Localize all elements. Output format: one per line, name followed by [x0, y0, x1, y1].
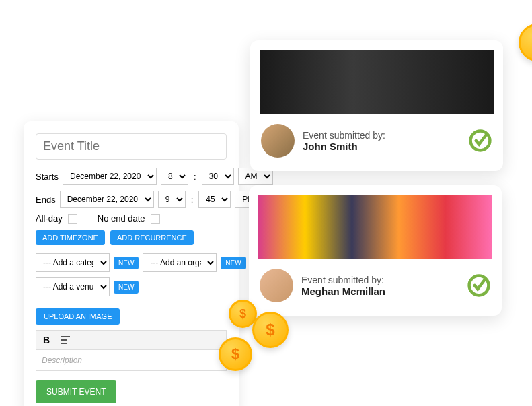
ends-row: Ends December 22, 2020 9 : 45 PM	[36, 191, 227, 208]
ends-label: Ends	[36, 195, 56, 205]
start-date-select[interactable]: December 22, 2020	[63, 168, 157, 185]
organizer-select[interactable]: --- Add an organizer	[143, 253, 217, 272]
category-row: --- Add a category NEW --- Add an organi…	[36, 253, 227, 272]
editor-toolbar: B	[36, 330, 227, 350]
starts-label: Starts	[36, 172, 59, 182]
meta-text: Event submitted by: Meghan Mcmillan	[301, 275, 459, 297]
option-buttons-row: ADD TIMEZONE ADD RECURRENCE	[36, 230, 227, 245]
submitter-name: John Smith	[303, 141, 460, 152]
allday-label: All-day	[36, 213, 63, 224]
end-hour-select[interactable]: 9	[158, 191, 186, 208]
verified-check-icon	[468, 129, 492, 153]
allday-checkbox[interactable]	[68, 214, 77, 224]
new-venue-badge[interactable]: NEW	[114, 281, 139, 294]
event-image-party	[258, 195, 492, 259]
submit-event-button[interactable]: SUBMIT EVENT	[36, 380, 116, 403]
new-category-badge[interactable]: NEW	[114, 257, 139, 269]
colon: :	[194, 172, 196, 182]
description-input[interactable]: Description	[36, 350, 227, 371]
noend-label: No end date	[98, 213, 145, 224]
event-form-card: Starts December 22, 2020 8 : 30 AM Ends …	[24, 121, 239, 406]
category-select[interactable]: --- Add a category	[36, 253, 110, 272]
event-card-1: Event submitted by: John Smith	[250, 40, 503, 171]
event-meta-1: Event submitted by: John Smith	[250, 124, 503, 171]
submitted-by-label: Event submitted by:	[301, 275, 459, 285]
noend-checkbox[interactable]	[151, 214, 160, 224]
meta-text: Event submitted by: John Smith	[303, 130, 460, 152]
new-organizer-badge[interactable]: NEW	[221, 257, 245, 269]
submitter-name: Meghan Mcmillan	[301, 285, 459, 297]
checkbox-row: All-day No end date	[36, 213, 227, 224]
end-date-select[interactable]: December 22, 2020	[60, 191, 154, 208]
add-timezone-button[interactable]: ADD TIMEZONE	[36, 230, 105, 245]
align-left-icon[interactable]	[61, 336, 70, 344]
event-title-input[interactable]	[36, 133, 227, 160]
upload-image-button[interactable]: UPLOAD AN IMAGE	[36, 308, 120, 325]
avatar	[260, 269, 293, 302]
start-min-select[interactable]: 30	[202, 168, 234, 185]
starts-row: Starts December 22, 2020 8 : 30 AM	[36, 168, 227, 185]
colon: :	[191, 195, 194, 205]
avatar	[261, 124, 295, 158]
event-meta-2: Event submitted by: Meghan Mcmillan	[249, 269, 502, 316]
end-min-select[interactable]: 45	[198, 191, 231, 208]
submitted-by-label: Event submitted by:	[303, 130, 460, 141]
event-image-jazz	[260, 50, 494, 114]
dollar-coin-icon: $	[519, 24, 532, 61]
start-hour-select[interactable]: 8	[161, 168, 188, 185]
verified-check-icon	[467, 273, 491, 298]
event-card-2: Event submitted by: Meghan Mcmillan	[249, 185, 502, 316]
venue-row: --- Add a venue - NEW	[36, 277, 227, 296]
add-recurrence-button[interactable]: ADD RECURRENCE	[110, 230, 194, 245]
dollar-coin-icon: $	[252, 312, 289, 348]
venue-select[interactable]: --- Add a venue -	[36, 277, 110, 296]
bold-button[interactable]: B	[43, 335, 50, 345]
